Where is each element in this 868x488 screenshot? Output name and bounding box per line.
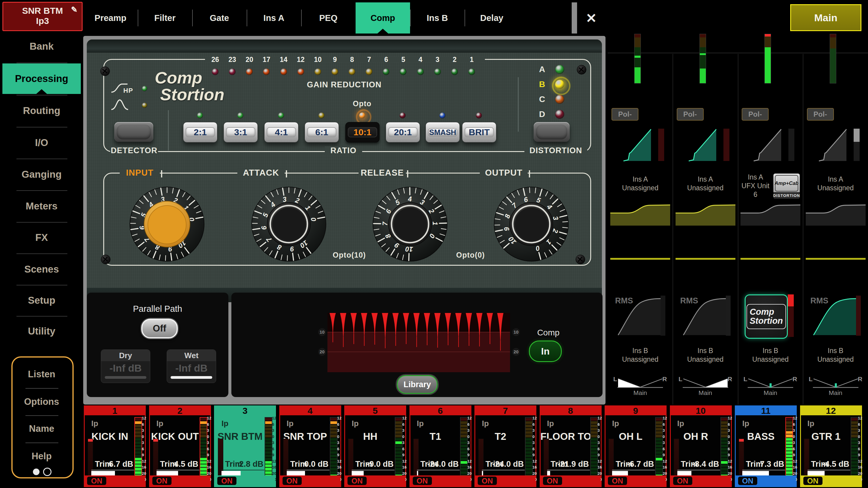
ratio-button-201[interactable]: 20:1 — [386, 122, 420, 142]
tab-insb[interactable]: Ins B — [410, 2, 465, 34]
sidebar-item-name[interactable]: Name — [0, 420, 83, 438]
sidebar-item-meters[interactable]: Meters — [0, 196, 83, 216]
channel-on-button[interactable]: ON — [543, 477, 562, 485]
channel-on-button[interactable]: ON — [87, 477, 106, 485]
channel-body[interactable]: IpKICK OUTTrim4.5 dB1263036912162040 — [150, 415, 210, 476]
page-dot[interactable] — [43, 468, 52, 476]
sidebar-item-setup[interactable]: Setup — [0, 290, 83, 311]
pan-control[interactable]: LR — [808, 375, 864, 390]
distortion-button[interactable] — [534, 122, 569, 142]
ins-a-assignment[interactable]: Ins AUFX Unit6 — [739, 173, 772, 199]
distortion-option-b[interactable]: B — [537, 79, 548, 89]
polarity-button[interactable]: Pol- — [677, 108, 704, 121]
dry-level-field[interactable]: Dry -Inf dB — [101, 350, 150, 383]
ins-b-assignment[interactable]: Ins BUnassigned — [673, 347, 738, 364]
fader-level-line[interactable] — [610, 258, 670, 260]
channel-body[interactable]: IpGTR 1Trim-4.5 dB1263036912162040 — [801, 415, 861, 476]
sidebar-item-io[interactable]: I/O — [0, 133, 83, 153]
fader-level-line[interactable] — [741, 258, 800, 260]
sidebar-item-fx[interactable]: FX — [0, 227, 83, 248]
tab-filter[interactable]: Filter — [138, 2, 192, 34]
channel-body[interactable]: IpBASSTrim7.3 dB1263036912162040 — [736, 415, 796, 476]
channel-on-button[interactable]: ON — [478, 477, 497, 485]
ins-b-assignment[interactable]: Ins BUnassigned — [738, 347, 803, 364]
channel-on-button[interactable]: ON — [738, 477, 757, 485]
ins-b-assignment[interactable]: Ins BUnassigned — [803, 347, 868, 364]
comp-in-button[interactable]: In — [529, 340, 562, 362]
channel-on-button[interactable]: ON — [217, 477, 237, 485]
selected-channel-button[interactable]: SNR BTM ✎ Ip3 — [2, 2, 83, 31]
channel-on-button[interactable]: ON — [608, 477, 627, 485]
distortion-option-a[interactable]: A — [537, 65, 548, 74]
comp-stortion-plugin-badge[interactable]: CompStortion — [745, 294, 788, 339]
sidebar-item-help[interactable]: Help — [0, 447, 83, 465]
channel-strip-7[interactable]: 7IpT2Trim-24.0 dB1263036912162040ON — [474, 405, 536, 487]
edit-pencil-icon[interactable]: ✎ — [71, 5, 78, 14]
sidebar-item-options[interactable]: Options — [0, 393, 83, 411]
distortion-option-d[interactable]: D — [537, 109, 548, 119]
ins-a-assignment[interactable]: Ins AUnassigned — [803, 175, 868, 192]
sidebar-page-dots[interactable] — [29, 468, 56, 476]
tab-preamp[interactable]: Preamp — [83, 2, 138, 34]
output-knob[interactable]: 012345678910 — [491, 184, 572, 264]
gate-graph[interactable] — [752, 127, 797, 162]
ins-a-assignment[interactable]: Ins AUnassigned — [608, 175, 673, 192]
sidebar-item-bank[interactable]: Bank — [0, 36, 83, 57]
fader-level-line[interactable] — [676, 258, 735, 260]
peq-graph[interactable] — [806, 203, 866, 226]
channel-on-button[interactable]: ON — [803, 477, 823, 485]
peq-graph[interactable] — [741, 203, 800, 226]
ins-a-assignment[interactable]: Ins AUnassigned — [673, 175, 738, 192]
sidebar-item-scenes[interactable]: Scenes — [0, 259, 83, 280]
channel-on-button[interactable]: ON — [673, 477, 692, 485]
sidebar-item-routing[interactable]: Routing — [0, 101, 83, 121]
channel-on-button[interactable]: ON — [413, 477, 432, 485]
compressor-curve-graph[interactable] — [682, 297, 727, 336]
tab-peq[interactable]: PEQ — [301, 2, 355, 34]
ratio-button-101[interactable]: 10:1 — [345, 122, 379, 142]
channel-strip-3[interactable]: 3IpSNR BTMTrim2.8 dB1263036912162040ON — [214, 405, 276, 487]
library-button[interactable]: Library — [397, 375, 438, 394]
amp-cab-distortion-badge[interactable]: Amp+CabDISTORTION — [773, 173, 800, 199]
close-button[interactable]: ✕ — [577, 2, 606, 34]
detector-button[interactable] — [114, 122, 153, 142]
gate-graph[interactable] — [687, 127, 733, 162]
pan-control[interactable]: LR — [742, 375, 799, 390]
ratio-button-21[interactable]: 2:1 — [183, 122, 217, 142]
pan-control[interactable]: LR — [677, 375, 734, 390]
ins-b-assignment[interactable]: Ins BUnassigned — [608, 347, 673, 364]
input-knob[interactable]: 012345678910 — [127, 184, 208, 264]
channel-strip-12[interactable]: 12IpGTR 1Trim-4.5 dB1263036912162040ON — [800, 405, 862, 487]
channel-on-button[interactable]: ON — [283, 477, 302, 485]
page-dot[interactable] — [33, 468, 39, 475]
ratio-button-41[interactable]: 4:1 — [264, 122, 299, 142]
wet-slider[interactable] — [170, 376, 212, 379]
tab-gate[interactable]: Gate — [192, 2, 247, 34]
gate-graph[interactable] — [818, 127, 863, 162]
channel-body[interactable]: IpT2Trim-24.0 dB1263036912162040 — [475, 415, 535, 476]
wet-level-field[interactable]: Wet -Inf dB — [167, 350, 216, 383]
sidebar-item-utility[interactable]: Utility — [0, 321, 83, 341]
attack-knob[interactable]: 012345678910 — [248, 184, 329, 264]
channel-on-button[interactable]: ON — [347, 477, 367, 485]
ratio-button-61[interactable]: 6:1 — [305, 122, 339, 142]
channel-strip-5[interactable]: 5IpHHTrim-9.0 dB1263036912162040ON — [344, 405, 406, 487]
compressor-curve-graph[interactable] — [812, 297, 857, 336]
pan-control[interactable]: LR — [612, 375, 669, 390]
distortion-option-c[interactable]: C — [537, 95, 548, 104]
channel-strip-11[interactable]: 11IpBASSTrim7.3 dB1263036912162040ON — [735, 405, 797, 487]
polarity-button[interactable]: Pol- — [742, 108, 769, 121]
channel-body[interactable]: IpSNR BTMTrim2.8 dB1263036912162040 — [215, 415, 275, 476]
ratio-button-brit[interactable]: BRIT — [462, 122, 496, 142]
polarity-button[interactable]: Pol- — [612, 108, 639, 121]
ratio-button-smash[interactable]: SMASH — [426, 122, 460, 142]
channel-body[interactable]: IpFLOOR TOTrim-21.9 dB1263036912162040 — [540, 415, 601, 476]
gate-graph[interactable] — [622, 127, 667, 162]
ratio-button-31[interactable]: 3:1 — [224, 122, 258, 142]
channel-strip-6[interactable]: 6IpT1Trim-24.0 dB1263036912162040ON — [409, 405, 471, 487]
fader-level-line[interactable] — [806, 258, 866, 260]
channel-body[interactable]: IpOH RTrim-8.4 dB1263036912162040 — [671, 415, 731, 476]
dry-slider[interactable] — [105, 376, 146, 379]
channel-body[interactable]: IpOH LTrim-6.7 dB1263036912162040 — [606, 415, 666, 476]
channel-strip-2[interactable]: 2IpKICK OUTTrim4.5 dB1263036912162040ON — [149, 405, 211, 487]
